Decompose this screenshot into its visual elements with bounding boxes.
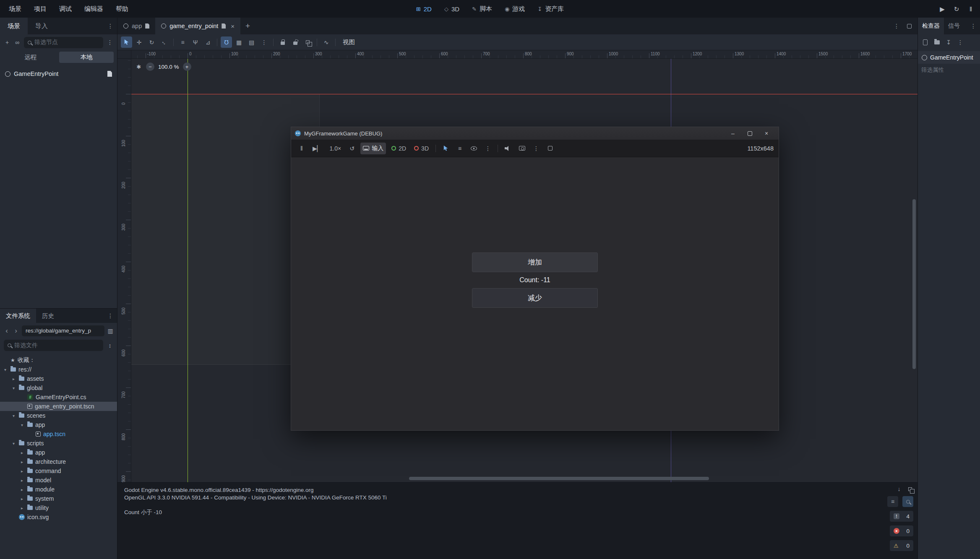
tab-scene[interactable]: 场景 [0,18,28,34]
workspace-button-资产库[interactable]: ↧资产库 [531,0,570,18]
zoom-level-label[interactable]: 100.0 % [158,64,179,70]
fs-item[interactable]: app.tscn [0,429,117,439]
speed-selector[interactable]: 1.0× [327,143,344,154]
camera-override-button[interactable] [516,143,528,154]
workspace-button-3D[interactable]: ◇3D [438,0,466,18]
horizontal-scrollbar[interactable] [409,477,709,480]
expand-icon[interactable]: ▸ [19,506,25,510]
camera-menu-icon[interactable]: ⋮ [531,143,542,154]
lock-node-button[interactable] [277,36,288,48]
scale-tool-button[interactable]: ↔ [159,36,170,48]
fs-item[interactable]: ▸app [0,448,117,457]
menubar-menu-0[interactable]: 场景 [3,0,28,18]
local-button[interactable]: 本地 [59,52,114,63]
menubar-menu-1[interactable]: 项目 [28,0,53,18]
node-list-button[interactable]: ≡ [454,143,465,154]
fs-item[interactable]: icon.svg [0,512,117,522]
collapse-icon[interactable]: ▾ [3,367,8,372]
collapse-icon[interactable]: ▾ [11,413,16,418]
next-frame-button[interactable]: ▶▏ [310,143,324,154]
split-view-icon[interactable]: ▥ [107,328,114,334]
expand-icon[interactable]: ▸ [19,478,25,483]
workspace-button-游戏[interactable]: ◉游戏 [498,0,531,18]
collapse-icon[interactable]: ▾ [11,386,16,390]
output-search-toggle[interactable] [902,496,913,507]
scroll-bottom-icon[interactable]: ↓ [896,486,902,492]
expand-icon[interactable]: ▸ [11,377,16,381]
fullscreen-button[interactable] [545,143,555,154]
add-node-button[interactable]: + [4,39,10,46]
fs-item[interactable]: ▸module [0,485,117,494]
fs-item[interactable]: game_entry_point.tscn [0,402,117,411]
list-select-button[interactable]: ≡ [177,36,188,48]
fs-item[interactable]: ▸utility [0,503,117,512]
fs-item[interactable]: ▸architecture [0,457,117,466]
add-scene-tab-button[interactable]: + [240,21,255,31]
close-window-button[interactable]: × [758,127,775,140]
ruler-tool-button[interactable]: ⊿ [202,36,214,48]
fs-item[interactable]: ▾scripts [0,439,117,448]
error-count-badge[interactable]: × 0 [890,525,913,536]
skeleton-options-button[interactable]: ∿ [321,36,332,48]
fs-item[interactable]: ▸command [0,466,117,476]
game-window-titlebar[interactable]: MyGFrameworkGame (DEBUG) – × [291,127,779,140]
pause-icon[interactable]: ‖ [967,5,974,12]
minimize-button[interactable]: – [725,127,741,140]
expand-icon[interactable]: ▸ [19,469,25,473]
debug-options-icon[interactable]: ⋮ [482,143,493,154]
fs-item[interactable]: ▸model [0,476,117,485]
tab-signals[interactable]: 信号 [944,18,964,34]
inspector-tabbar-menu-icon[interactable]: ⋮ [970,23,977,29]
menubar-menu-4[interactable]: 帮助 [109,0,135,18]
maximize-button[interactable] [741,127,758,140]
fs-item[interactable]: ▸assets [0,374,117,383]
menubar-menu-3[interactable]: 编辑器 [78,0,109,18]
scene-toolbar-menu-icon[interactable]: ⋮ [107,39,113,46]
scene-tab-app[interactable]: app [117,18,155,34]
tabbar-menu-icon[interactable]: ⋮ [893,23,900,29]
fs-item[interactable]: ▸system [0,494,117,503]
expand-icon[interactable]: ▸ [19,450,25,455]
filter-nodes-input[interactable]: 筛选节点 [24,37,103,48]
expand-icon[interactable]: ▸ [19,460,25,464]
load-resource-button[interactable] [933,39,940,46]
increase-button[interactable]: 增加 [472,252,598,272]
select-tool-button[interactable] [121,36,132,48]
inspected-node-row[interactable]: GameEntryPoint [918,51,980,64]
zoom-in-button[interactable]: + [183,62,191,71]
path-breadcrumb[interactable]: res://global/game_entry_p [22,325,104,336]
new-resource-button[interactable] [922,39,928,46]
collapse-icon[interactable]: ▾ [19,423,25,427]
group-node-button[interactable] [302,36,313,48]
move-tool-button[interactable]: ✛ [133,36,145,48]
workspace-button-脚本[interactable]: ✎脚本 [466,0,498,18]
unlock-node-button[interactable] [289,36,301,48]
restart-icon[interactable]: ↻ [953,5,960,12]
suspend-game-button[interactable]: ‖ [296,143,307,154]
tab-inspector[interactable]: 检查器 [918,18,944,34]
play-icon[interactable]: ▶ [939,5,946,12]
scene-tab-game-entry-point[interactable]: game_entry_point × [155,18,240,34]
mode-2d-button[interactable]: 2D [389,143,409,154]
rotate-tool-button[interactable]: ↻ [146,36,157,48]
scene-tabbar-menu-icon[interactable]: ⋮ [107,23,114,29]
collapse-icon[interactable]: ▾ [11,441,16,446]
close-tab-icon[interactable]: × [231,23,235,30]
tab-import[interactable]: 导入 [28,18,55,34]
copy-log-icon[interactable] [907,486,913,492]
fs-item[interactable]: ★收藏： [0,356,117,365]
filter-files-input[interactable]: 筛选文件 [4,340,103,351]
fs-item[interactable]: ▾global [0,383,117,393]
snap-menu-icon[interactable]: ⋮ [258,36,270,48]
script-icon[interactable] [107,71,112,77]
message-count-badge[interactable]: ! 4 [890,511,913,522]
decrease-button[interactable]: 减少 [472,288,598,308]
tab-history[interactable]: 历史 [36,309,60,323]
remote-button[interactable]: 远程 [3,52,58,63]
workspace-button-2D[interactable]: ⊞2D [410,0,438,18]
expand-icon[interactable]: ▸ [19,487,25,492]
restart-game-button[interactable]: ↺ [347,143,357,154]
grid-snap-button[interactable]: ▦ [233,36,245,48]
smart-snap-button[interactable]: ℧ [221,36,232,48]
filesystem-tabbar-menu-icon[interactable]: ⋮ [107,312,114,319]
